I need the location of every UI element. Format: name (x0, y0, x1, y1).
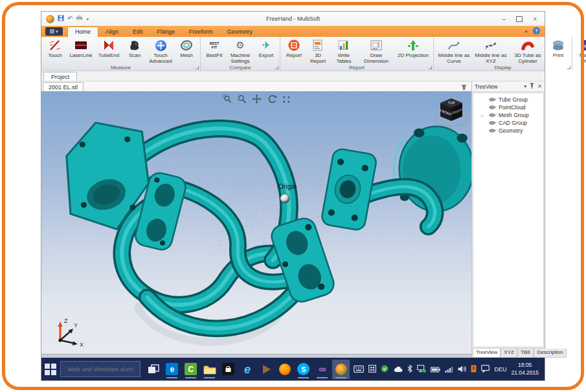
tab-description[interactable]: Description (534, 349, 566, 358)
taskbar-clock[interactable]: 18:05 21.04.2015 (511, 362, 539, 376)
button-label: LaserLine (69, 53, 92, 59)
search-input[interactable] (66, 365, 135, 373)
group-label: Compare (230, 65, 251, 71)
skype-icon[interactable]: S (295, 360, 312, 379)
windows-store-icon[interactable] (220, 360, 237, 379)
fit-view-icon[interactable] (283, 94, 291, 106)
zoom-icon[interactable] (238, 94, 247, 106)
treeview-title: TreeView (475, 83, 497, 90)
tree-item-mesh-group[interactable]: ▷ Mesh Group (473, 111, 543, 119)
media-player-icon[interactable] (257, 360, 275, 379)
battery-icon[interactable] (431, 364, 440, 375)
ribbon-tab-edit[interactable]: Edit (126, 27, 150, 37)
draw-dimension-button[interactable]: Draw Dimension (358, 38, 394, 64)
touch-keyboard-icon[interactable] (354, 364, 364, 375)
treeview-body: Tube Group PointCloud ▷ Mesh Group CAD G… (473, 93, 544, 347)
dialog-launcher-icon[interactable] (429, 66, 432, 69)
manual-xyz-button[interactable]: xyz Manual XYZ (574, 38, 586, 64)
report-3d-button[interactable]: 3D Report (306, 38, 330, 64)
middle-line-xyz-button[interactable]: Middle line as XYZ (473, 38, 509, 64)
dialog-launcher-icon[interactable] (196, 66, 199, 69)
help-button[interactable]: ? (533, 27, 540, 34)
tube-as-cylinder-button[interactable]: 3D Tube as Cylinder (510, 38, 546, 64)
qat-customize-caret-icon[interactable]: ▾ (86, 17, 89, 21)
tab-xyz[interactable]: XYZ (501, 349, 517, 358)
ribbon-collapse-icon[interactable]: ▲ (524, 28, 528, 33)
internet-explorer-icon[interactable]: e (238, 360, 256, 379)
view-cube[interactable]: TOP FRONT RIGHT (433, 95, 470, 133)
freehand-app-icon[interactable] (332, 360, 350, 379)
ribbon-tab-freeform[interactable]: Freeform (182, 27, 220, 37)
middle-line-curve-button[interactable]: Middle line as Curve (436, 38, 472, 64)
ribbon-tab-geometry[interactable]: Geometry (220, 27, 260, 37)
tab-tbe[interactable]: TBE (517, 349, 534, 358)
dialog-launcher-icon[interactable] (567, 66, 570, 69)
export-button[interactable]: ✈ Export (254, 38, 278, 64)
project-tab[interactable]: Project (43, 72, 77, 81)
application-menu-button[interactable]: ▾ (45, 27, 63, 36)
touch-button[interactable]: Touch (43, 38, 67, 64)
quick-access-toolbar: ↶ ▾ (41, 15, 89, 23)
tubeend-button[interactable]: TubeEnd (95, 38, 122, 64)
treeview-tab-bar: TreeView XYZ TBE Description (472, 348, 545, 358)
machine-settings-button[interactable]: ⚙ Machine Settings (227, 38, 254, 64)
print-icon[interactable] (76, 15, 83, 23)
ribbon-tab-align[interactable]: Align (98, 27, 126, 37)
undo-icon[interactable]: ↶ (67, 16, 73, 22)
bestfit-button[interactable]: BEST FIT BestFit (203, 38, 226, 64)
document-tab[interactable]: 2001 EL.stl (43, 82, 84, 91)
language-indicator[interactable]: DEU (494, 366, 506, 373)
button-label: 3D Report (306, 53, 330, 64)
visual-studio-icon[interactable]: ∞ (313, 360, 331, 379)
file-explorer-icon[interactable] (201, 360, 218, 379)
start-button[interactable] (45, 362, 56, 377)
tree-expander-icon[interactable]: ▷ (481, 113, 484, 118)
save-icon[interactable] (58, 15, 64, 23)
pan-icon[interactable] (253, 94, 262, 106)
volume-icon[interactable] (458, 364, 466, 375)
tree-item-pointcloud[interactable]: PointCloud (473, 103, 543, 111)
camtasia-icon[interactable]: C (182, 360, 199, 379)
signal-icon[interactable] (445, 364, 453, 375)
scan-button[interactable]: Scan (123, 38, 146, 64)
panel-close-icon[interactable]: ✕ (537, 83, 542, 89)
close-button[interactable]: × (533, 16, 537, 23)
tree-node-icon (489, 105, 497, 110)
edge-icon[interactable]: e (163, 360, 181, 379)
ribbon-tab-flange[interactable]: Flange (150, 27, 183, 37)
minimize-button[interactable]: – (502, 16, 506, 23)
panel-pin-icon[interactable] (530, 83, 534, 90)
maximize-button[interactable] (516, 16, 523, 22)
zoom-window-icon[interactable] (223, 94, 232, 106)
ribbon-tab-home[interactable]: Home (67, 27, 98, 37)
onedrive-cloud-icon[interactable] (393, 364, 403, 375)
tab-treeview[interactable]: TreeView (473, 349, 501, 358)
tree-item-cad-group[interactable]: CAD Group (473, 119, 543, 127)
report-button[interactable]: Report (282, 38, 306, 64)
app-grid-icon[interactable] (368, 364, 376, 375)
touch-advanced-button[interactable]: Touch Advanced (147, 38, 174, 64)
tree-item-geometry[interactable]: Geometry (473, 127, 543, 135)
viewport-3d[interactable]: Origin (41, 91, 471, 358)
viewport-bottom-scrollbar[interactable] (41, 354, 471, 358)
tree-item-tube-group[interactable]: Tube Group (473, 96, 543, 103)
laserline-button[interactable]: LaserLine (67, 38, 95, 64)
write-tables-button[interactable]: Write Tables (330, 38, 357, 64)
taskbar-apps: e C e S ∞ (144, 360, 350, 379)
task-view-button[interactable] (144, 360, 162, 379)
rotate-icon[interactable] (267, 94, 277, 106)
treeview-panel: TreeView ▾ ✕ Tube Group PointCloud (471, 82, 545, 358)
defender-icon[interactable] (381, 364, 389, 375)
firefox-icon[interactable] (276, 360, 293, 379)
print-display-button[interactable]: Print (547, 38, 570, 64)
mesh-button[interactable]: Mesh (175, 38, 198, 64)
axes-indicator: Z Y X (52, 316, 87, 350)
network-icon[interactable] (417, 364, 426, 375)
panel-dropdown-icon[interactable]: ▾ (524, 83, 526, 89)
legacy-tray-icon[interactable] (471, 364, 477, 375)
taskbar-search-box[interactable] (60, 361, 141, 377)
projection-2d-button[interactable]: 2D Projection (395, 38, 431, 64)
dialog-launcher-icon[interactable] (275, 66, 278, 69)
action-center-icon[interactable] (481, 364, 490, 375)
bluetooth-icon[interactable] (407, 364, 412, 375)
